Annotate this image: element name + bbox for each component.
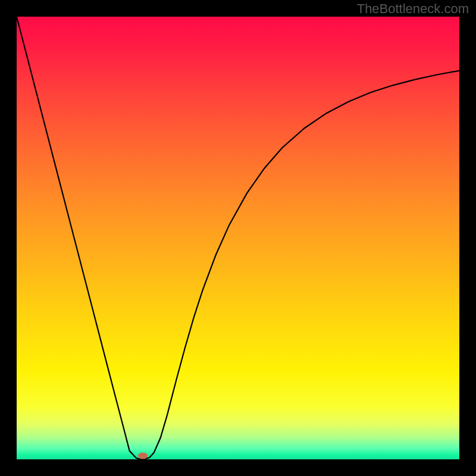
chart-frame: TheBottleneck.com bbox=[0, 0, 476, 476]
plot-area bbox=[17, 17, 459, 459]
watermark-text: TheBottleneck.com bbox=[357, 1, 469, 17]
bottleneck-curve bbox=[17, 17, 459, 459]
optimum-marker-icon bbox=[138, 453, 148, 459]
